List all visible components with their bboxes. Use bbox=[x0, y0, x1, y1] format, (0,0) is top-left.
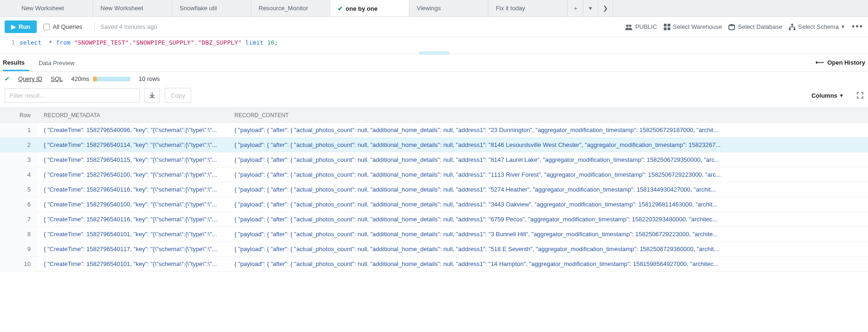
cell-record-content[interactable]: { "payload": { "after": { "actual_photos… bbox=[228, 138, 868, 152]
table-row[interactable]: 3{ "CreateTime": 1582796540115, "key": "… bbox=[0, 153, 868, 167]
tab-menu-button[interactable]: ▾ bbox=[583, 0, 598, 17]
worksheet-tab[interactable]: Snowflake util bbox=[172, 0, 251, 16]
cell-record-content[interactable]: { "payload": { "after": { "actual_photos… bbox=[228, 257, 868, 271]
tab-actions: ＋ ▾ ❯ bbox=[568, 0, 613, 16]
run-label: Run bbox=[19, 23, 30, 30]
run-button[interactable]: ▶ Run bbox=[5, 20, 37, 33]
warehouse-label: Select Warehouse bbox=[673, 23, 722, 30]
more-actions-button[interactable]: ••• bbox=[852, 22, 863, 32]
expand-icon[interactable] bbox=[857, 92, 863, 99]
download-icon bbox=[149, 92, 155, 99]
cell-record-metadata[interactable]: { "CreateTime": 1582796540100, "key": "{… bbox=[37, 168, 228, 181]
schema-selector[interactable]: Select Schema ▼ bbox=[789, 23, 845, 30]
row-number: 4 bbox=[0, 168, 37, 181]
tab-data-preview[interactable]: Data Preview bbox=[39, 55, 79, 70]
table-row[interactable]: 6{ "CreateTime": 1582796540100, "key": "… bbox=[0, 197, 868, 212]
svg-rect-8 bbox=[789, 28, 791, 30]
open-history-button[interactable]: ⟵ Open History bbox=[815, 59, 865, 66]
warehouse-icon bbox=[664, 24, 670, 30]
cell-record-metadata[interactable]: { "CreateTime": 1582796540116, "key": "{… bbox=[37, 212, 228, 226]
cell-record-metadata[interactable]: { "CreateTime": 1582796540117, "key": "{… bbox=[37, 242, 228, 256]
check-icon: ✔ bbox=[338, 5, 343, 12]
table-row[interactable]: 2{ "CreateTime": 1582796540114, "key": "… bbox=[0, 138, 868, 153]
table-row[interactable]: 5{ "CreateTime": 1582796540116, "key": "… bbox=[0, 182, 868, 197]
download-button[interactable] bbox=[144, 88, 160, 103]
svg-point-6 bbox=[729, 24, 734, 26]
cell-record-content[interactable]: { "payload": { "after": { "actual_photos… bbox=[228, 153, 868, 166]
role-label: PUBLIC bbox=[635, 23, 657, 30]
worksheet-tab[interactable]: Resource_Monitor bbox=[251, 0, 330, 16]
results-filter-row: Copy Columns ▼ bbox=[0, 86, 868, 107]
worksheet-tab[interactable]: ✔one by one bbox=[330, 0, 409, 16]
row-number: 2 bbox=[0, 138, 37, 152]
table-row[interactable]: 9{ "CreateTime": 1582796540117, "key": "… bbox=[0, 242, 868, 257]
play-icon: ▶ bbox=[11, 23, 16, 30]
cell-record-content[interactable]: { "payload": { "after": { "actual_photos… bbox=[228, 198, 868, 211]
svg-point-0 bbox=[626, 24, 628, 27]
tab-label: Fix it today bbox=[496, 5, 525, 12]
query-id-link[interactable]: Query ID bbox=[18, 75, 42, 82]
sql-code[interactable]: select * from "SNOWPIPE_TEST"."SNOWPIPE_… bbox=[20, 39, 278, 46]
query-timing[interactable]: 420ms bbox=[71, 75, 130, 82]
table-row[interactable]: 4{ "CreateTime": 1582796540100, "key": "… bbox=[0, 167, 868, 182]
svg-rect-3 bbox=[668, 24, 670, 27]
chevron-down-icon: ▼ bbox=[841, 24, 845, 29]
cell-record-content[interactable]: { "payload": { "after": { "actual_photos… bbox=[228, 123, 868, 137]
open-history-label: Open History bbox=[827, 59, 865, 66]
new-tab-button[interactable]: ＋ bbox=[568, 0, 583, 17]
cell-record-metadata[interactable]: { "CreateTime": 1582796540101, "key": "{… bbox=[37, 227, 228, 241]
cell-record-content[interactable]: { "payload": { "after": { "actual_photos… bbox=[228, 168, 868, 181]
table-row[interactable]: 8{ "CreateTime": 1582796540101, "key": "… bbox=[0, 227, 868, 242]
tab-results[interactable]: Results bbox=[3, 54, 29, 71]
role-selector[interactable]: PUBLIC bbox=[625, 23, 657, 30]
sql-editor[interactable]: 1 select * from "SNOWPIPE_TEST"."SNOWPIP… bbox=[0, 37, 868, 54]
cell-record-content[interactable]: { "payload": { "after": { "actual_photos… bbox=[228, 227, 868, 241]
worksheet-tab[interactable]: Viewings bbox=[409, 0, 488, 16]
sql-link[interactable]: SQL bbox=[51, 75, 63, 82]
cell-record-metadata[interactable]: { "CreateTime": 1582796540101, "key": "{… bbox=[37, 257, 228, 271]
checkbox-icon bbox=[43, 24, 50, 30]
cell-record-metadata[interactable]: { "CreateTime": 1582796540100, "key": "{… bbox=[37, 198, 228, 211]
results-grid: Row RECORD_METADATA RECORD_CONTENT 1{ "C… bbox=[0, 107, 868, 272]
row-number: 6 bbox=[0, 198, 37, 211]
cell-record-content[interactable]: { "payload": { "after": { "actual_photos… bbox=[228, 212, 868, 226]
all-queries-label: All Queries bbox=[53, 23, 82, 30]
cell-record-content[interactable]: { "payload": { "after": { "actual_photos… bbox=[228, 242, 868, 256]
worksheet-tab-strip: New WorksheetNew WorksheetSnowflake util… bbox=[0, 0, 868, 17]
grid-body: 1{ "CreateTime": 1582796540096, "key": "… bbox=[0, 123, 868, 272]
col-header-record-content[interactable]: RECORD_CONTENT bbox=[228, 108, 868, 122]
worksheet-tab[interactable]: New Worksheet bbox=[93, 0, 172, 16]
tab-label: New Worksheet bbox=[100, 5, 143, 12]
chevron-down-icon: ▼ bbox=[839, 93, 844, 98]
saved-status: Saved 4 minutes ago bbox=[100, 23, 157, 30]
col-header-record-metadata[interactable]: RECORD_METADATA bbox=[37, 108, 228, 122]
database-selector[interactable]: Select Database bbox=[728, 23, 782, 30]
columns-selector[interactable]: Columns ▼ bbox=[811, 92, 844, 99]
col-header-row[interactable]: Row bbox=[0, 108, 37, 122]
tab-label: New Worksheet bbox=[21, 5, 64, 12]
worksheet-tab[interactable]: Fix it today bbox=[488, 0, 568, 16]
all-queries-checkbox[interactable]: All Queries bbox=[43, 23, 82, 30]
scroll-tabs-right-button[interactable]: ❯ bbox=[598, 0, 613, 17]
tab-label: Resource_Monitor bbox=[259, 5, 308, 12]
warehouse-selector[interactable]: Select Warehouse bbox=[664, 23, 722, 30]
pane-splitter-handle[interactable] bbox=[419, 52, 449, 54]
timing-value: 420ms bbox=[71, 75, 89, 82]
database-icon bbox=[728, 24, 735, 30]
worksheet-tab[interactable]: New Worksheet bbox=[14, 0, 93, 16]
results-tab-strip: Results Data Preview ⟵ Open History bbox=[0, 54, 868, 72]
filter-input[interactable] bbox=[5, 88, 140, 103]
table-row[interactable]: 7{ "CreateTime": 1582796540116, "key": "… bbox=[0, 212, 868, 227]
table-row[interactable]: 1{ "CreateTime": 1582796540096, "key": "… bbox=[0, 123, 868, 138]
table-row[interactable]: 10{ "CreateTime": 1582796540101, "key": … bbox=[0, 257, 868, 272]
cell-record-metadata[interactable]: { "CreateTime": 1582796540114, "key": "{… bbox=[37, 138, 228, 152]
cell-record-metadata[interactable]: { "CreateTime": 1582796540116, "key": "{… bbox=[37, 183, 228, 196]
row-number: 9 bbox=[0, 242, 37, 256]
toolbar-divider bbox=[94, 22, 95, 32]
cell-record-content[interactable]: { "payload": { "after": { "actual_photos… bbox=[228, 183, 868, 196]
cell-record-metadata[interactable]: { "CreateTime": 1582796540115, "key": "{… bbox=[37, 153, 228, 166]
tabs-container: New WorksheetNew WorksheetSnowflake util… bbox=[14, 0, 568, 16]
worksheet-toolbar: ▶ Run All Queries Saved 4 minutes ago PU… bbox=[0, 17, 868, 37]
cell-record-metadata[interactable]: { "CreateTime": 1582796540096, "key": "{… bbox=[37, 123, 228, 137]
copy-button[interactable]: Copy bbox=[165, 88, 191, 103]
